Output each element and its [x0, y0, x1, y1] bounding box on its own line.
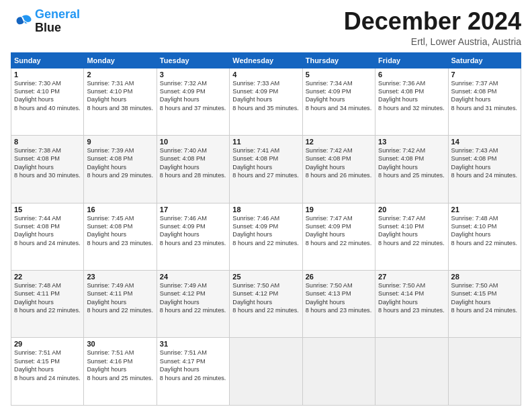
day-number: 22: [14, 273, 81, 281]
calendar-cell: 16 Sunrise: 7:45 AM Sunset: 4:08 PM Dayl…: [84, 203, 157, 270]
calendar-cell: 13 Sunrise: 7:42 AM Sunset: 4:08 PM Dayl…: [375, 136, 448, 203]
week-row-1: 1 Sunrise: 7:30 AM Sunset: 4:10 PM Dayli…: [11, 68, 521, 135]
day-number: 19: [306, 205, 372, 214]
day-info: Sunrise: 7:39 AM Sunset: 4:08 PM Dayligh…: [87, 146, 153, 180]
day-info: Sunrise: 7:37 AM Sunset: 4:08 PM Dayligh…: [451, 79, 518, 113]
day-number: 21: [451, 205, 518, 214]
calendar-cell: 5 Sunrise: 7:34 AM Sunset: 4:09 PM Dayli…: [302, 68, 375, 135]
day-number: 6: [378, 71, 445, 79]
day-number: 8: [14, 138, 81, 146]
day-info: Sunrise: 7:45 AM Sunset: 4:08 PM Dayligh…: [87, 214, 153, 248]
weekday-header-thursday: Thursday: [302, 52, 375, 68]
day-info: Sunrise: 7:34 AM Sunset: 4:09 PM Dayligh…: [306, 79, 372, 113]
day-info: Sunrise: 7:51 AM Sunset: 4:17 PM Dayligh…: [160, 349, 226, 382]
day-number: 1: [14, 71, 81, 79]
location-subtitle: Ertl, Lower Austria, Austria: [344, 36, 521, 47]
day-number: 24: [160, 273, 226, 281]
header: GeneralBlue December 2024 Ertl, Lower Au…: [11, 8, 521, 47]
day-number: 10: [160, 138, 226, 146]
day-info: Sunrise: 7:40 AM Sunset: 4:08 PM Dayligh…: [160, 146, 226, 180]
day-info: Sunrise: 7:47 AM Sunset: 4:10 PM Dayligh…: [378, 214, 445, 248]
calendar-cell: 21 Sunrise: 7:48 AM Sunset: 4:10 PM Dayl…: [448, 203, 521, 270]
calendar-cell: 11 Sunrise: 7:41 AM Sunset: 4:08 PM Dayl…: [230, 136, 302, 203]
day-number: 5: [306, 71, 372, 79]
day-number: 7: [451, 71, 518, 79]
calendar-cell: 19 Sunrise: 7:47 AM Sunset: 4:09 PM Dayl…: [302, 203, 375, 270]
day-number: 26: [306, 273, 372, 281]
calendar-cell: [302, 338, 375, 406]
calendar-cell: 26 Sunrise: 7:50 AM Sunset: 4:13 PM Dayl…: [302, 271, 375, 338]
calendar-cell: 29 Sunrise: 7:51 AM Sunset: 4:15 PM Dayl…: [11, 338, 84, 406]
calendar-cell: [375, 338, 448, 406]
calendar-cell: 17 Sunrise: 7:46 AM Sunset: 4:09 PM Dayl…: [157, 203, 229, 270]
day-info: Sunrise: 7:50 AM Sunset: 4:13 PM Dayligh…: [306, 281, 372, 315]
calendar-cell: 12 Sunrise: 7:42 AM Sunset: 4:08 PM Dayl…: [302, 136, 375, 203]
calendar-cell: 22 Sunrise: 7:48 AM Sunset: 4:11 PM Dayl…: [11, 271, 84, 338]
day-number: 4: [232, 71, 299, 79]
day-number: 12: [306, 138, 372, 146]
day-info: Sunrise: 7:46 AM Sunset: 4:09 PM Dayligh…: [160, 214, 226, 248]
day-info: Sunrise: 7:48 AM Sunset: 4:11 PM Dayligh…: [14, 281, 81, 315]
weekday-header-wednesday: Wednesday: [230, 52, 302, 68]
calendar-cell: 30 Sunrise: 7:51 AM Sunset: 4:16 PM Dayl…: [84, 338, 157, 406]
calendar-cell: 31 Sunrise: 7:51 AM Sunset: 4:17 PM Dayl…: [157, 338, 229, 406]
weekday-header-tuesday: Tuesday: [157, 52, 229, 68]
calendar-cell: 23 Sunrise: 7:49 AM Sunset: 4:11 PM Dayl…: [84, 271, 157, 338]
logo-text: GeneralBlue: [35, 8, 80, 35]
day-number: 2: [87, 71, 153, 79]
day-number: 30: [87, 340, 153, 348]
weekday-header-saturday: Saturday: [448, 52, 521, 68]
calendar-cell: 20 Sunrise: 7:47 AM Sunset: 4:10 PM Dayl…: [375, 203, 448, 270]
calendar-cell: 6 Sunrise: 7:36 AM Sunset: 4:08 PM Dayli…: [375, 68, 448, 135]
title-block: December 2024 Ertl, Lower Austria, Austr…: [344, 8, 521, 47]
weekday-header-sunday: Sunday: [11, 52, 84, 68]
month-title: December 2024: [344, 8, 521, 35]
logo: GeneralBlue: [11, 8, 80, 35]
week-row-4: 22 Sunrise: 7:48 AM Sunset: 4:11 PM Dayl…: [11, 271, 521, 338]
day-info: Sunrise: 7:36 AM Sunset: 4:08 PM Dayligh…: [378, 79, 445, 113]
calendar-cell: 4 Sunrise: 7:33 AM Sunset: 4:09 PM Dayli…: [230, 68, 302, 135]
calendar-cell: 28 Sunrise: 7:50 AM Sunset: 4:15 PM Dayl…: [448, 271, 521, 338]
calendar-cell: 25 Sunrise: 7:50 AM Sunset: 4:12 PM Dayl…: [230, 271, 302, 338]
day-info: Sunrise: 7:33 AM Sunset: 4:09 PM Dayligh…: [232, 79, 299, 113]
day-info: Sunrise: 7:41 AM Sunset: 4:08 PM Dayligh…: [232, 146, 299, 180]
calendar-cell: 8 Sunrise: 7:38 AM Sunset: 4:08 PM Dayli…: [11, 136, 84, 203]
week-row-3: 15 Sunrise: 7:44 AM Sunset: 4:08 PM Dayl…: [11, 203, 521, 270]
calendar-cell: 9 Sunrise: 7:39 AM Sunset: 4:08 PM Dayli…: [84, 136, 157, 203]
weekday-header-row: SundayMondayTuesdayWednesdayThursdayFrid…: [11, 52, 521, 68]
day-number: 3: [160, 71, 226, 79]
calendar-cell: 3 Sunrise: 7:32 AM Sunset: 4:09 PM Dayli…: [157, 68, 229, 135]
day-number: 14: [451, 138, 518, 146]
day-info: Sunrise: 7:44 AM Sunset: 4:08 PM Dayligh…: [14, 214, 81, 248]
logo-icon: [11, 12, 32, 31]
calendar-cell: 1 Sunrise: 7:30 AM Sunset: 4:10 PM Dayli…: [11, 68, 84, 135]
day-number: 16: [87, 205, 153, 214]
calendar-cell: 15 Sunrise: 7:44 AM Sunset: 4:08 PM Dayl…: [11, 203, 84, 270]
day-number: 15: [14, 205, 81, 214]
day-number: 25: [232, 273, 299, 281]
day-info: Sunrise: 7:42 AM Sunset: 4:08 PM Dayligh…: [378, 146, 445, 180]
day-number: 17: [160, 205, 226, 214]
calendar-cell: 24 Sunrise: 7:49 AM Sunset: 4:12 PM Dayl…: [157, 271, 229, 338]
day-info: Sunrise: 7:42 AM Sunset: 4:08 PM Dayligh…: [306, 146, 372, 180]
day-number: 9: [87, 138, 153, 146]
week-row-2: 8 Sunrise: 7:38 AM Sunset: 4:08 PM Dayli…: [11, 136, 521, 203]
day-number: 31: [160, 340, 226, 348]
day-info: Sunrise: 7:50 AM Sunset: 4:14 PM Dayligh…: [378, 281, 445, 315]
calendar-cell: 7 Sunrise: 7:37 AM Sunset: 4:08 PM Dayli…: [448, 68, 521, 135]
weekday-header-friday: Friday: [375, 52, 448, 68]
day-number: 29: [14, 340, 81, 348]
day-info: Sunrise: 7:50 AM Sunset: 4:15 PM Dayligh…: [451, 281, 518, 315]
day-info: Sunrise: 7:30 AM Sunset: 4:10 PM Dayligh…: [14, 79, 81, 113]
day-info: Sunrise: 7:51 AM Sunset: 4:16 PM Dayligh…: [87, 349, 153, 382]
day-number: 23: [87, 273, 153, 281]
day-number: 18: [232, 205, 299, 214]
calendar-cell: [230, 338, 302, 406]
day-info: Sunrise: 7:32 AM Sunset: 4:09 PM Dayligh…: [160, 79, 226, 113]
calendar-cell: 27 Sunrise: 7:50 AM Sunset: 4:14 PM Dayl…: [375, 271, 448, 338]
day-info: Sunrise: 7:50 AM Sunset: 4:12 PM Dayligh…: [232, 281, 299, 315]
day-number: 13: [378, 138, 445, 146]
day-info: Sunrise: 7:51 AM Sunset: 4:15 PM Dayligh…: [14, 349, 81, 382]
calendar-table: SundayMondayTuesdayWednesdayThursdayFrid…: [11, 52, 521, 406]
day-info: Sunrise: 7:48 AM Sunset: 4:10 PM Dayligh…: [451, 214, 518, 248]
